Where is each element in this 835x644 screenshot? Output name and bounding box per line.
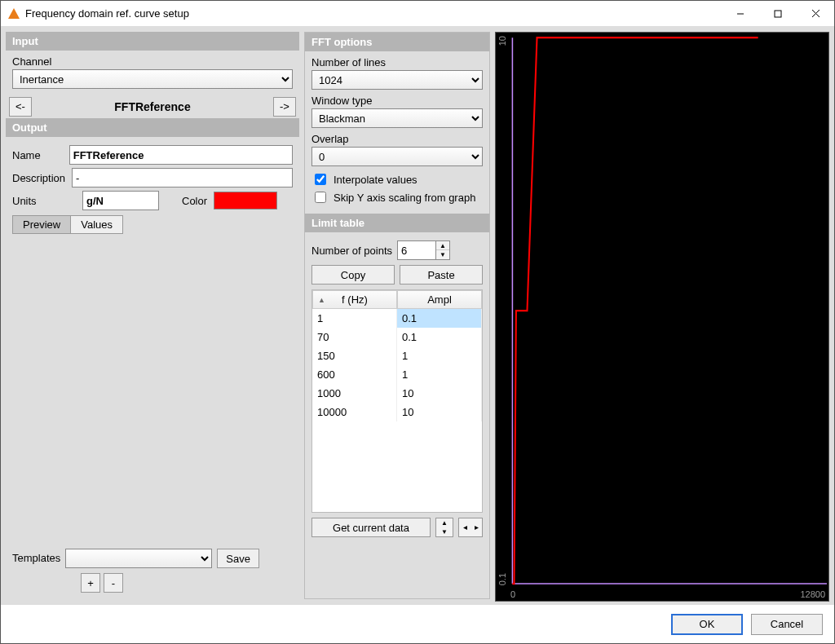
color-label: Color [182,195,207,207]
svg-rect-2 [775,11,781,17]
cancel-button[interactable]: Cancel [751,614,823,635]
templates-label: Templates [12,552,60,564]
get-current-button[interactable]: Get current data [311,518,431,537]
cell-amplitude[interactable]: 0.1 [397,309,482,328]
output-tabs: Preview Values [12,215,293,234]
close-button[interactable] [797,1,834,26]
preview-plot[interactable]: 10 0.1 0 12800 [495,32,829,602]
overlap-label: Overlap [311,133,483,145]
npts-input[interactable] [398,241,435,259]
titlebar: Frequency domain ref. curve setup [1,1,834,27]
output-header: Output [6,118,299,137]
table-row[interactable]: 1501 [312,346,482,365]
name-input[interactable] [69,145,293,165]
cell-frequency[interactable]: 1000 [312,384,397,403]
copy-button[interactable]: Copy [311,265,395,285]
col-amplitude[interactable]: Ampl [397,290,482,309]
output-panel: Name Description Units Color Preview Val… [6,137,299,240]
dialog-window: Frequency domain ref. curve setup Input … [0,0,835,644]
lines-select[interactable]: 1024 [311,70,483,90]
channel-label: Channel [12,55,293,68]
templates-save-button[interactable]: Save [217,549,259,568]
interpolate-checkbox[interactable]: Interpolate values [311,171,483,187]
templates-buttons: + - [74,573,299,599]
x-tick-left: 0 [510,589,515,599]
col-frequency[interactable]: ▲f (Hz) [312,290,397,309]
units-input[interactable] [82,191,159,210]
reference-nav: <- FFTReference -> [6,95,299,118]
cell-frequency[interactable]: 70 [312,328,397,346]
lines-label: Number of lines [311,56,483,68]
dialog-body: Input Channel Inertance <- FFTReference … [1,27,834,604]
npts-spinner[interactable]: ▲▼ [397,240,450,260]
svg-marker-0 [8,8,20,19]
table-row[interactable]: 700.1 [312,328,482,346]
templates-remove-button[interactable]: - [104,573,123,593]
minimize-button[interactable] [722,1,759,26]
limit-header: Limit table [305,214,489,232]
skip-y-checkbox[interactable]: Skip Y axis scaling from graph [311,189,483,205]
templates-select[interactable] [65,549,212,568]
fft-header: FFT options [305,33,489,51]
input-header: Input [6,32,299,51]
interpolate-label: Interpolate values [334,174,418,186]
window-title: Frequency domain ref. curve setup [25,7,722,20]
overlap-select[interactable]: 0 [311,147,483,166]
fft-panel: Number of lines 1024 Window type Blackma… [305,51,489,214]
table-row[interactable]: 100010 [312,384,482,403]
window-type-label: Window type [311,95,483,107]
table-row[interactable]: 1000010 [312,403,482,421]
cell-amplitude[interactable]: 0.1 [397,328,482,346]
col-stepper[interactable]: ◂▸ [458,518,483,537]
color-swatch[interactable] [214,192,277,210]
npts-spin-buttons[interactable]: ▲▼ [435,241,449,259]
channel-select[interactable]: Inertance [12,69,293,89]
ok-button[interactable]: OK [671,614,743,635]
description-label: Description [12,172,65,184]
limit-panel: Number of points ▲▼ Copy Paste ▲f (Hz) A… [305,232,489,598]
x-tick-right: 12800 [800,589,825,599]
window-buttons [722,1,834,26]
npts-label: Number of points [311,245,392,257]
left-column: Input Channel Inertance <- FFTReference … [6,32,299,599]
tab-preview[interactable]: Preview [12,215,71,234]
maximize-button[interactable] [759,1,797,26]
y-tick-top: 10 [497,36,507,46]
templates-add-button[interactable]: + [81,573,100,593]
cell-amplitude[interactable]: 10 [397,403,482,421]
limit-table[interactable]: ▲f (Hz) Ampl 10.1700.1150160011000101000… [311,289,483,513]
nav-prev-button[interactable]: <- [9,97,32,117]
middle-column: FFT options Number of lines 1024 Window … [304,32,490,599]
table-row[interactable]: 10.1 [312,309,482,328]
table-row[interactable]: 6001 [312,365,482,384]
app-icon [7,7,20,20]
input-panel: Channel Inertance [6,51,299,95]
row-stepper[interactable]: ▲▼ [435,518,453,537]
tab-values[interactable]: Values [70,215,123,234]
name-label: Name [12,149,63,161]
reference-title: FFTReference [32,100,273,113]
description-input[interactable] [72,168,293,187]
y-tick-bottom: 0.1 [497,573,507,585]
cell-frequency[interactable]: 600 [312,365,397,384]
right-column: 10 0.1 0 12800 [495,32,829,599]
dialog-footer: OK Cancel [1,604,834,643]
window-type-select[interactable]: Blackman [311,108,483,128]
cell-frequency[interactable]: 10000 [312,403,397,421]
cell-amplitude[interactable]: 10 [397,384,482,403]
units-label: Units [12,195,76,207]
skip-y-label: Skip Y axis scaling from graph [334,192,475,204]
cell-amplitude[interactable]: 1 [397,346,482,365]
paste-button[interactable]: Paste [400,265,483,285]
cell-frequency[interactable]: 1 [312,309,397,328]
cell-amplitude[interactable]: 1 [397,365,482,384]
cell-frequency[interactable]: 150 [312,346,397,365]
nav-next-button[interactable]: -> [273,97,296,117]
templates-row: Templates Save [6,544,299,573]
